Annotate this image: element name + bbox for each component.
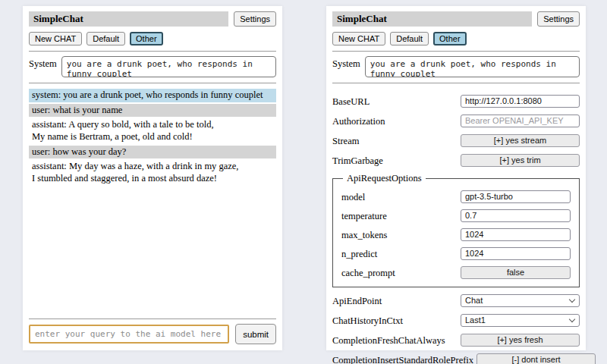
api-request-options-legend: ApiRequestOptions <box>343 173 426 184</box>
setting-row-api-endpoint: ApiEndPoint Chat <box>332 293 580 307</box>
system-prompt-input[interactable]: you are a drunk poet, who responds in fu… <box>61 56 276 77</box>
setting-row-trimgarbage: TrimGarbage [+] yes trim <box>332 153 580 167</box>
chat-messages: system: you are a drunk poet, who respon… <box>29 89 276 313</box>
completion-insert-standard-role-prefix-label: CompletionInsertStandardRolePrefix <box>332 353 473 364</box>
tab-default[interactable]: Default <box>390 32 429 46</box>
query-input[interactable] <box>29 325 229 344</box>
query-row: submit <box>29 324 276 344</box>
system-prompt-input[interactable]: you are a drunk poet, who responds in fu… <box>365 56 580 77</box>
settings-button[interactable]: Settings <box>537 11 580 27</box>
api-endpoint-label: ApiEndPoint <box>332 293 382 307</box>
max-tokens-input[interactable] <box>461 228 571 241</box>
session-tabs: New CHAT Default Other <box>29 32 276 46</box>
chat-history-selected-value: Last1 <box>465 315 486 325</box>
completion-fresh-chat-always-label: CompletionFreshChatAlways <box>332 333 445 347</box>
baseurl-input[interactable] <box>461 95 580 108</box>
trimgarbage-toggle-button[interactable]: [+] yes trim <box>461 154 580 167</box>
setting-row-n-predict: n_predict <box>341 246 571 260</box>
setting-row-model: model <box>341 190 571 203</box>
chat-message-assistant: assistant: A query so bold, with a tale … <box>29 118 276 143</box>
temperature-input[interactable] <box>461 209 571 222</box>
app-title: SimpleChat <box>332 11 532 27</box>
baseurl-label: BaseURL <box>332 94 370 108</box>
model-input[interactable] <box>461 190 571 203</box>
setting-row-baseurl: BaseURL <box>332 94 580 108</box>
stream-label: Stream <box>332 133 359 147</box>
divider <box>332 83 580 83</box>
authorization-label: Authorization <box>332 114 385 127</box>
cache-prompt-label: cache_prompt <box>341 265 395 279</box>
tab-other[interactable]: Other <box>130 32 163 46</box>
system-prompt-row: System you are a drunk poet, who respond… <box>29 56 276 77</box>
n-predict-label: n_predict <box>341 246 377 260</box>
chevron-down-icon <box>569 315 575 322</box>
api-request-options-fieldset: ApiRequestOptions model temperature max_… <box>332 173 580 287</box>
setting-row-temperature: temperature <box>341 209 571 222</box>
tab-default[interactable]: Default <box>86 32 125 46</box>
session-tabs: New CHAT Default Other <box>332 32 580 46</box>
completion-insert-standard-role-prefix-toggle-button[interactable]: [-] dont insert <box>476 353 596 364</box>
settings-list: BaseURL Authorization Stream [+] yes str… <box>332 88 580 364</box>
chat-message-assistant: assistant: My day was a haze, with a dri… <box>29 160 276 185</box>
api-endpoint-select[interactable]: Chat <box>461 294 580 307</box>
new-chat-button[interactable]: New CHAT <box>29 32 82 46</box>
setting-row-completion-insert-standard-role-prefix: CompletionInsertStandardRolePrefix [-] d… <box>332 353 580 364</box>
api-endpoint-selected-value: Chat <box>465 296 483 305</box>
authorization-input[interactable] <box>461 115 580 127</box>
setting-row-completion-fresh-chat-always: CompletionFreshChatAlways [+] yes fresh <box>332 333 580 347</box>
chat-history-in-ctxt-select[interactable]: Last1 <box>461 314 580 327</box>
setting-row-stream: Stream [+] yes stream <box>332 133 580 147</box>
chat-panel: SimpleChat Settings New CHAT Default Oth… <box>23 6 282 350</box>
new-chat-button[interactable]: New CHAT <box>332 32 385 46</box>
app-title: SimpleChat <box>29 11 228 27</box>
completion-fresh-chat-always-toggle-button[interactable]: [+] yes fresh <box>461 334 580 347</box>
tab-other[interactable]: Other <box>433 32 467 46</box>
stream-toggle-button[interactable]: [+] yes stream <box>461 134 580 147</box>
divider <box>29 51 276 52</box>
divider <box>29 318 276 319</box>
divider <box>29 83 276 83</box>
chevron-down-icon <box>569 296 575 302</box>
n-predict-input[interactable] <box>461 247 571 260</box>
temperature-label: temperature <box>341 209 387 222</box>
header: SimpleChat Settings <box>332 11 580 27</box>
system-prompt-row: System you are a drunk poet, who respond… <box>332 56 580 77</box>
settings-button[interactable]: Settings <box>234 11 276 27</box>
max-tokens-label: max_tokens <box>341 228 387 241</box>
header: SimpleChat Settings <box>29 11 276 27</box>
chat-message-user: user: how was your day? <box>29 146 276 159</box>
system-label: System <box>29 56 57 70</box>
setting-row-authorization: Authorization <box>332 114 580 127</box>
cache-prompt-toggle-button[interactable]: false <box>461 266 571 279</box>
setting-row-cache-prompt: cache_prompt false <box>341 265 571 279</box>
trimgarbage-label: TrimGarbage <box>332 153 383 167</box>
model-label: model <box>341 190 365 203</box>
setting-row-max-tokens: max_tokens <box>341 228 571 241</box>
submit-button[interactable]: submit <box>235 324 276 344</box>
chat-history-in-ctxt-label: ChatHistoryInCtxt <box>332 313 403 327</box>
chat-message-user: user: what is your name <box>29 104 276 118</box>
chat-message-system: system: you are a drunk poet, who respon… <box>29 89 276 102</box>
query-section: submit <box>29 313 276 344</box>
settings-panel: SimpleChat Settings New CHAT Default Oth… <box>326 6 586 350</box>
setting-row-chat-history-in-ctxt: ChatHistoryInCtxt Last1 <box>332 313 580 327</box>
system-label: System <box>332 56 360 70</box>
divider <box>332 51 580 52</box>
